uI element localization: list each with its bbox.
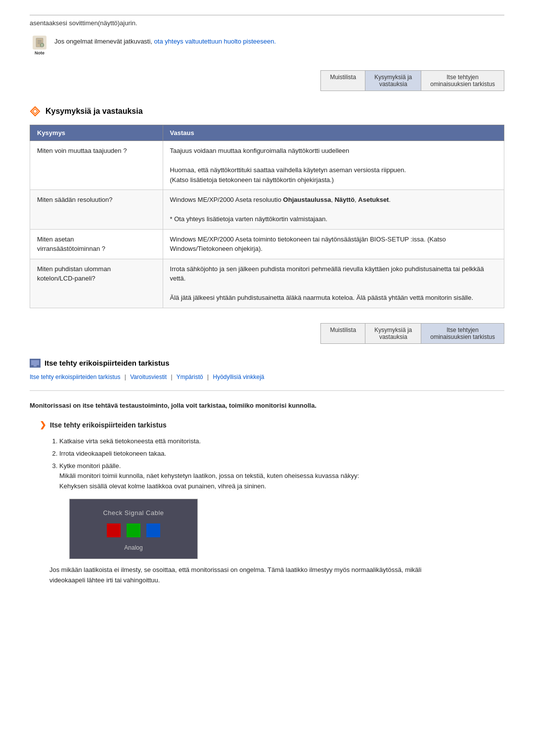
divider-1 (30, 390, 504, 391)
tab-itse-tehtyjen-2[interactable]: Itse tehtyjenominaisuuksien tarkistus (421, 324, 504, 343)
breadcrumb: Itse tehty erikoispiirteiden tarkistus |… (30, 374, 504, 380)
faq-col-question: Kysymys (30, 125, 163, 141)
note-icon: ! Note (30, 36, 49, 55)
selftest-intro: Monitorissasi on itse tehtävä testaustoi… (30, 401, 504, 411)
sub-section-title: Itse tehty erikoispiirteiden tarkistus (50, 421, 167, 429)
color-boxes (107, 523, 160, 537)
arrow-icon: ❯ (40, 420, 46, 429)
faq-answer-3: Windows ME/XP/2000 Aseta toiminto tietok… (163, 229, 504, 259)
signal-cable-text: Check Signal Cable (103, 509, 164, 517)
steps-list: Katkaise virta sekä tietokoneesta että m… (59, 436, 504, 492)
faq-title: Kysymyksiä ja vastauksia (45, 107, 143, 116)
breadcrumb-varoitus[interactable]: Varoitusviestit (130, 374, 167, 380)
bottom-paragraph: Jos mikään laatikoista ei ilmesty, se os… (49, 565, 435, 586)
svg-rect-9 (31, 360, 39, 365)
analog-text: Analog (124, 544, 142, 551)
note-image-icon: ! (33, 36, 46, 49)
tab-muistilista[interactable]: Muistilista (321, 71, 365, 91)
breadcrumb-selftest[interactable]: Itse tehty erikoispiirteiden tarkistus (30, 374, 120, 380)
faq-answer-1: Taajuus voidaan muuttaa konfiguroimalla … (163, 141, 504, 190)
faq-heading-icon (30, 106, 41, 117)
tab-muistilista-2[interactable]: Muistilista (321, 324, 365, 343)
selftest-section-heading: Itse tehty erikoispiirteiden tarkistus (30, 359, 504, 368)
tab-kysymyksia-2[interactable]: Kysymyksiä javastauksia (365, 324, 421, 343)
faq-answer-4: Irrota sähköjohto ja sen jälkeen puhdist… (163, 259, 504, 308)
faq-table: Kysymys Vastaus Miten voin muuttaa taaju… (30, 125, 504, 308)
monitor-display: Check Signal Cable Analog (69, 499, 198, 559)
svg-text:!: ! (42, 44, 43, 47)
faq-row-2: Miten säädän resoluution? Windows ME/XP/… (30, 190, 504, 230)
selftest-heading-icon (30, 359, 41, 368)
faq-row-4: Miten puhdistan ulommankotelon/LCD-panel… (30, 259, 504, 308)
note-label: Note (35, 50, 44, 55)
faq-question-1: Miten voin muuttaa taajuuden ? (30, 141, 163, 190)
color-box-red (107, 523, 121, 537)
faq-row-3: Miten asetanvirransäästötoiminnan ? Wind… (30, 229, 504, 259)
nav-tabs-1: Muistilista Kysymyksiä javastauksia Itse… (320, 70, 504, 91)
breadcrumb-ymparisto[interactable]: Ympäristö (177, 374, 203, 380)
tab-itse-tehtyjen[interactable]: Itse tehtyjenominaisuuksien tarkistus (421, 71, 504, 91)
faq-question-2: Miten säädän resoluution? (30, 190, 163, 230)
step-3-detail: Mikäli monitori toimii kunnolla, näet ke… (59, 472, 359, 490)
note-content: Jos ongelmat ilmenevät jatkuvasti, ota y… (54, 36, 276, 47)
svg-rect-10 (34, 365, 37, 367)
sub-section-heading: ❯ Itse tehty erikoispiirteiden tarkistus (30, 420, 504, 429)
top-text: asentaaksesi sovittimen(näyttö)ajurin. (30, 15, 504, 27)
faq-question-3: Miten asetanvirransäästötoiminnan ? (30, 229, 163, 259)
note-link[interactable]: ota yhteys valtuutettuun huolto pisteese… (154, 38, 276, 45)
selftest-title: Itse tehty erikoispiirteiden tarkistus (44, 359, 170, 367)
breadcrumb-vinkkeja[interactable]: Hyödyllisiä vinkkejä (213, 374, 264, 380)
step-3: Kytke monitori päälle. Mikäli monitori t… (59, 461, 504, 492)
step-1: Katkaise virta sekä tietokoneesta että m… (59, 436, 504, 447)
step-2: Irrota videokaapeli tietokoneen takaa. (59, 449, 504, 459)
note-box: ! Note Jos ongelmat ilmenevät jatkuvasti… (30, 36, 504, 55)
faq-row-1: Miten voin muuttaa taajuuden ? Taajuus v… (30, 141, 504, 190)
nav-tabs-2: Muistilista Kysymyksiä javastauksia Itse… (320, 323, 504, 344)
faq-question-4: Miten puhdistan ulommankotelon/LCD-panel… (30, 259, 163, 308)
color-box-blue (146, 523, 160, 537)
svg-marker-7 (33, 109, 38, 114)
color-box-green (127, 523, 140, 537)
faq-answer-2: Windows ME/XP/2000 Aseta resoluutio Ohja… (163, 190, 504, 230)
faq-section-heading: Kysymyksiä ja vastauksia (30, 106, 504, 117)
tab-kysymyksia[interactable]: Kysymyksiä javastauksia (365, 71, 421, 91)
svg-marker-6 (31, 107, 40, 116)
faq-col-answer: Vastaus (163, 125, 504, 141)
